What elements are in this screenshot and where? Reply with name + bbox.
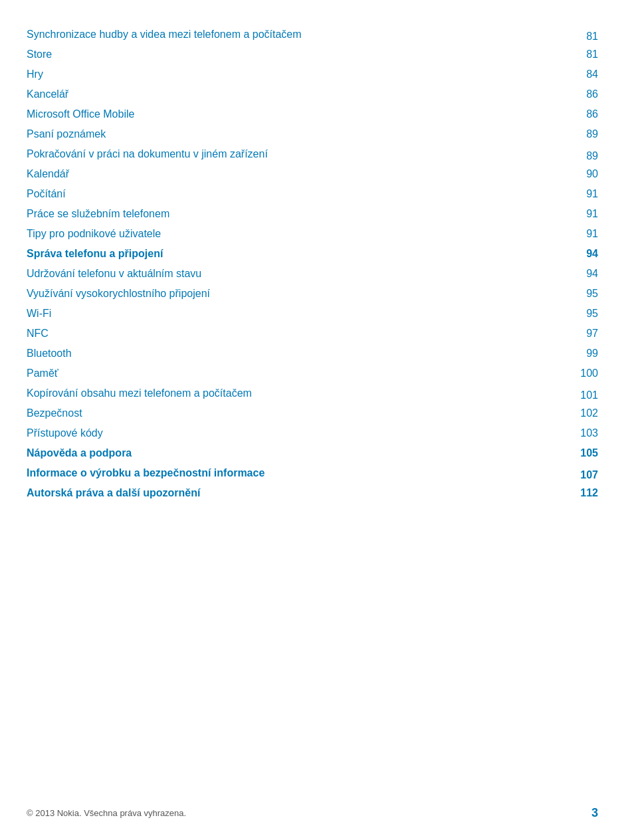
toc-entry-9: Práce se služebním telefonem91 xyxy=(27,206,598,222)
toc-entry-22: Informace o výrobku a bezpečnostní infor… xyxy=(27,465,598,481)
toc-entry-text-20: Přístupové kódy xyxy=(27,425,565,441)
toc-entry-number-20: 103 xyxy=(565,427,598,439)
toc-entry-number-0: 81 xyxy=(565,31,598,43)
toc-entry-number-8: 91 xyxy=(565,188,598,200)
toc-entry-6: Pokračování v práci na dokumentu v jiném… xyxy=(27,146,598,162)
toc-entry-text-11: Správa telefonu a připojení xyxy=(27,246,565,262)
toc-entry-text-9: Práce se služebním telefonem xyxy=(27,206,565,222)
toc-entry-7: Kalendář90 xyxy=(27,166,598,182)
toc-entry-17: Paměť100 xyxy=(27,366,598,381)
toc-entry-10: Tipy pro podnikové uživatele91 xyxy=(27,226,598,242)
toc-entry-text-22: Informace o výrobku a bezpečnostní infor… xyxy=(27,465,565,481)
toc-entry-11: Správa telefonu a připojení94 xyxy=(27,246,598,262)
toc-entry-number-14: 95 xyxy=(565,308,598,320)
toc-entry-text-8: Počítání xyxy=(27,186,565,202)
toc-entry-number-13: 95 xyxy=(565,288,598,300)
toc-entry-number-7: 90 xyxy=(565,168,598,180)
toc-entry-16: Bluetooth99 xyxy=(27,346,598,362)
footer-page-number: 3 xyxy=(591,806,598,820)
toc-entry-text-23: Autorská práva a další upozornění xyxy=(27,485,565,501)
toc-entry-13: Využívání vysokorychlostního připojení95 xyxy=(27,286,598,302)
toc-entry-text-7: Kalendář xyxy=(27,166,565,182)
toc-entry-number-12: 94 xyxy=(565,268,598,280)
toc-entry-14: Wi-Fi95 xyxy=(27,306,598,322)
toc-entry-text-2: Hry xyxy=(27,66,565,82)
toc-entry-number-22: 107 xyxy=(565,469,598,481)
toc-entry-20: Přístupové kódy103 xyxy=(27,425,598,441)
toc-container: Synchronizace hudby a videa mezi telefon… xyxy=(27,27,598,501)
toc-entry-8: Počítání91 xyxy=(27,186,598,202)
toc-entry-text-13: Využívání vysokorychlostního připojení xyxy=(27,286,565,302)
toc-entry-text-16: Bluetooth xyxy=(27,346,565,362)
toc-entry-number-19: 102 xyxy=(565,407,598,419)
toc-entry-text-19: Bezpečnost xyxy=(27,405,565,421)
toc-entry-text-3: Kancelář xyxy=(27,86,565,102)
footer-copyright: © 2013 Nokia. Všechna práva vyhrazena. xyxy=(27,808,186,818)
toc-entry-number-15: 97 xyxy=(565,328,598,340)
toc-entry-text-10: Tipy pro podnikové uživatele xyxy=(27,226,565,242)
toc-entry-23: Autorská práva a další upozornění112 xyxy=(27,485,598,501)
toc-entry-1: Store81 xyxy=(27,47,598,62)
toc-entry-number-5: 89 xyxy=(565,128,598,140)
toc-entry-18: Kopírování obsahu mezi telefonem a počít… xyxy=(27,385,598,401)
toc-entry-number-16: 99 xyxy=(565,348,598,360)
toc-entry-text-5: Psaní poznámek xyxy=(27,126,565,142)
toc-entry-text-18: Kopírování obsahu mezi telefonem a počít… xyxy=(27,385,565,401)
toc-entry-text-17: Paměť xyxy=(27,366,565,381)
toc-entry-number-17: 100 xyxy=(565,368,598,379)
toc-entry-5: Psaní poznámek89 xyxy=(27,126,598,142)
toc-entry-12: Udržování telefonu v aktuálním stavu94 xyxy=(27,266,598,282)
toc-entry-number-2: 84 xyxy=(565,68,598,80)
toc-entry-21: Nápověda a podpora105 xyxy=(27,445,598,461)
toc-entry-number-9: 91 xyxy=(565,208,598,220)
toc-entry-19: Bezpečnost102 xyxy=(27,405,598,421)
toc-entry-number-21: 105 xyxy=(565,447,598,459)
toc-entry-number-10: 91 xyxy=(565,228,598,240)
toc-entry-text-15: NFC xyxy=(27,326,565,342)
toc-entry-text-6: Pokračování v práci na dokumentu v jiném… xyxy=(27,146,565,162)
toc-entry-text-1: Store xyxy=(27,47,565,62)
toc-entry-text-4: Microsoft Office Mobile xyxy=(27,106,565,122)
toc-entry-number-4: 86 xyxy=(565,108,598,120)
footer: © 2013 Nokia. Všechna práva vyhrazena. 3 xyxy=(27,806,598,820)
toc-entry-15: NFC97 xyxy=(27,326,598,342)
toc-entry-4: Microsoft Office Mobile86 xyxy=(27,106,598,122)
toc-entry-text-14: Wi-Fi xyxy=(27,306,565,322)
toc-entry-number-6: 89 xyxy=(565,150,598,162)
toc-entry-number-11: 94 xyxy=(565,248,598,260)
toc-entry-text-12: Udržování telefonu v aktuálním stavu xyxy=(27,266,565,282)
toc-entry-text-21: Nápověda a podpora xyxy=(27,445,565,461)
toc-entry-number-1: 81 xyxy=(565,49,598,60)
toc-entry-2: Hry84 xyxy=(27,66,598,82)
toc-entry-0: Synchronizace hudby a videa mezi telefon… xyxy=(27,27,598,43)
toc-entry-number-18: 101 xyxy=(565,389,598,401)
toc-entry-number-3: 86 xyxy=(565,88,598,100)
toc-entry-3: Kancelář86 xyxy=(27,86,598,102)
toc-entry-number-23: 112 xyxy=(565,487,598,499)
toc-entry-text-0: Synchronizace hudby a videa mezi telefon… xyxy=(27,27,565,43)
page-content: Synchronizace hudby a videa mezi telefon… xyxy=(0,0,638,558)
